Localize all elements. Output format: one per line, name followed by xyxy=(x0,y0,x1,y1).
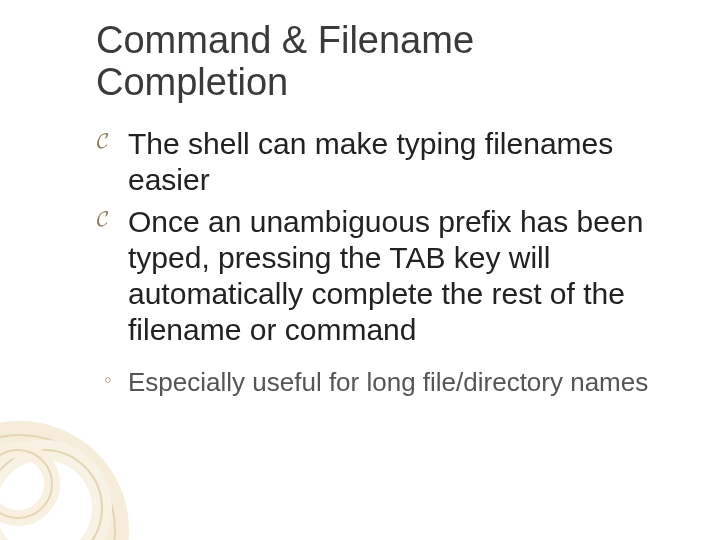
sub-bullet-item: Especially useful for long file/director… xyxy=(128,366,680,399)
title-line-1: Command & Filename xyxy=(96,19,474,61)
bullet-item: Once an unambiguous prefix has been type… xyxy=(128,204,680,348)
bullet-list: The shell can make typing filenames easi… xyxy=(100,126,680,348)
slide: Command & Filename Completion The shell … xyxy=(0,0,720,540)
title-line-2: Completion xyxy=(96,61,288,103)
sub-bullet-list: Especially useful for long file/director… xyxy=(100,366,680,399)
bullet-item: The shell can make typing filenames easi… xyxy=(128,126,680,198)
slide-title: Command & Filename Completion xyxy=(96,20,680,104)
